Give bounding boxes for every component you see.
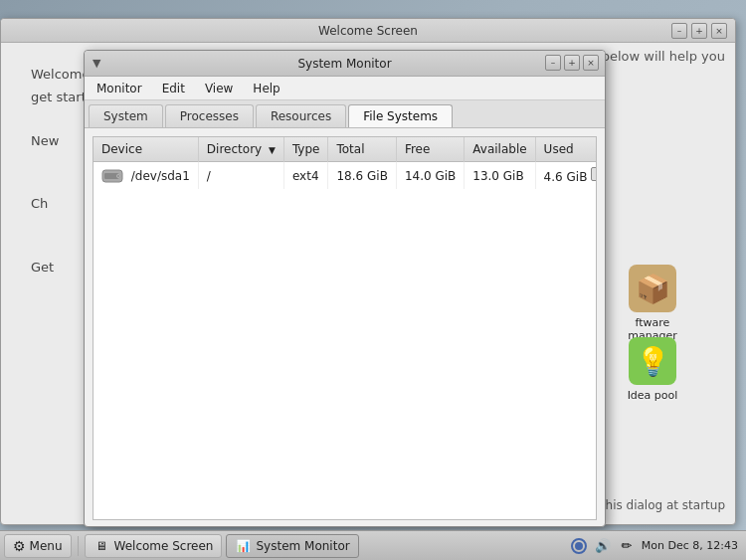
system-monitor-window: ▼ System Monitor – + × Monitor Edit View… xyxy=(84,50,606,527)
sysmon-titlebar: ▼ System Monitor – + × xyxy=(85,51,605,77)
idea-pool-icon: 💡 xyxy=(629,337,676,385)
filesystems-table-container: Device Directory ▼ Type Total Free Avail… xyxy=(93,136,597,520)
used-progress-container: 26 % xyxy=(591,167,597,181)
taskbar-edit-icon[interactable]: ✏ xyxy=(618,537,636,555)
welcome-close-button[interactable]: × xyxy=(711,23,727,39)
sysmon-menubar: Monitor Edit View Help xyxy=(85,77,605,100)
table-row: /dev/sda1 / ext4 18.6 GiB 14.0 GiB 13.0 … xyxy=(93,162,597,190)
taskbar: ⚙ Menu 🖥 Welcome Screen 📊 System Monitor… xyxy=(0,530,746,560)
taskbar-app-welcome-screen[interactable]: 🖥 Welcome Screen xyxy=(85,534,223,558)
taskbar-start-icon: ⚙ xyxy=(13,538,26,554)
tab-filesystems[interactable]: File Systems xyxy=(348,104,453,127)
cell-free: 14.0 GiB xyxy=(396,162,464,190)
menu-edit[interactable]: Edit xyxy=(154,80,193,97)
taskbar-app-sysmon-icon: 📊 xyxy=(235,538,251,554)
menu-view[interactable]: View xyxy=(197,80,241,97)
taskbar-app-welcome-label: Welcome Screen xyxy=(114,539,214,553)
taskbar-separator-1 xyxy=(78,536,79,556)
welcome-titlebar: Welcome Screen – + × xyxy=(1,19,735,43)
taskbar-right: 🔊 ✏ Mon Dec 8, 12:43 xyxy=(570,537,742,555)
welcome-minimize-button[interactable]: – xyxy=(671,23,687,39)
table-header-row: Device Directory ▼ Type Total Free Avail… xyxy=(93,137,597,162)
col-used[interactable]: Used xyxy=(535,137,597,162)
cell-total: 18.6 GiB xyxy=(328,162,396,190)
cell-type: ext4 xyxy=(283,162,328,190)
col-device[interactable]: Device xyxy=(93,137,198,162)
desktop-icon-idea-pool[interactable]: 💡 Idea pool xyxy=(617,333,688,406)
welcome-maximize-button[interactable]: + xyxy=(691,23,707,39)
col-directory[interactable]: Directory ▼ xyxy=(198,137,283,162)
col-total[interactable]: Total xyxy=(328,137,396,162)
sysmon-arrow-icon[interactable]: ▼ xyxy=(93,57,100,70)
software-manager-icon: 📦 xyxy=(629,265,676,312)
taskbar-start-label: Menu xyxy=(30,539,63,553)
welcome-window-controls[interactable]: – + × xyxy=(671,23,727,39)
taskbar-clock: Mon Dec 8, 12:43 xyxy=(642,539,738,552)
menu-help[interactable]: Help xyxy=(245,80,287,97)
cell-directory: / xyxy=(198,162,283,190)
welcome-title: Welcome Screen xyxy=(318,24,418,38)
used-progress-bar xyxy=(591,167,597,181)
taskbar-app-sysmon-label: System Monitor xyxy=(256,539,349,553)
sysmon-maximize-button[interactable]: + xyxy=(564,55,580,71)
idea-pool-label: Idea pool xyxy=(628,389,678,402)
taskbar-app-system-monitor[interactable]: 📊 System Monitor xyxy=(226,534,358,558)
cell-device: /dev/sda1 xyxy=(93,162,198,190)
svg-point-3 xyxy=(117,175,119,177)
taskbar-volume-icon[interactable]: 🔊 xyxy=(594,537,612,555)
sysmon-title: System Monitor xyxy=(297,57,391,71)
col-free[interactable]: Free xyxy=(396,137,464,162)
tab-system[interactable]: System xyxy=(89,104,163,127)
cell-used: 4.6 GiB 26 % xyxy=(535,162,597,190)
filesystems-panel: Device Directory ▼ Type Total Free Avail… xyxy=(85,128,605,528)
cell-available: 13.0 GiB xyxy=(465,162,535,190)
used-text: 4.6 GiB xyxy=(544,170,588,184)
menu-monitor[interactable]: Monitor xyxy=(89,80,150,97)
sysmon-tabbar: System Processes Resources File Systems xyxy=(85,100,605,128)
col-available[interactable]: Available xyxy=(465,137,535,162)
hdd-icon xyxy=(101,168,123,184)
welcome-startup-text: w this dialog at startup xyxy=(587,498,725,512)
col-type[interactable]: Type xyxy=(283,137,328,162)
network-status-icon xyxy=(571,538,587,554)
sort-arrow-icon: ▼ xyxy=(269,145,276,155)
tab-processes[interactable]: Processes xyxy=(165,104,254,127)
taskbar-app-welcome-icon: 🖥 xyxy=(93,538,109,554)
sysmon-window-controls[interactable]: – + × xyxy=(545,55,599,71)
taskbar-start-button[interactable]: ⚙ Menu xyxy=(4,534,72,558)
filesystems-table: Device Directory ▼ Type Total Free Avail… xyxy=(93,137,597,189)
taskbar-network-icon[interactable] xyxy=(570,537,588,555)
tab-resources[interactable]: Resources xyxy=(256,104,346,127)
sysmon-close-button[interactable]: × xyxy=(583,55,599,71)
sysmon-minimize-button[interactable]: – xyxy=(545,55,561,71)
